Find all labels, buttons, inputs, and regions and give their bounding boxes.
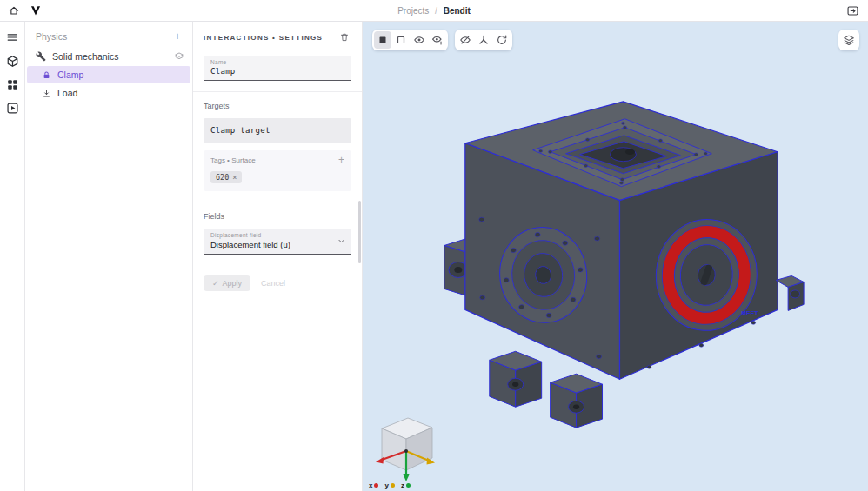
check-icon: ✓: [212, 279, 219, 288]
tags-label: Tags • Surface: [210, 156, 256, 164]
model-annotation: MEET: [741, 310, 758, 316]
transform-gizmo-button[interactable]: [475, 31, 492, 49]
apply-button-label: Apply: [223, 279, 243, 288]
breadcrumb: Projects / Bendit: [0, 6, 868, 16]
displacement-field-dropdown[interactable]: Displacement field Displacement field (u…: [204, 229, 351, 255]
physics-panel-title: Physics: [36, 31, 67, 42]
axis-x-label: x: [369, 481, 378, 489]
clamp-target-field[interactable]: Clamp target: [204, 118, 351, 143]
axis-x-dot: [374, 483, 378, 488]
reset-view-button[interactable]: [493, 31, 511, 49]
tree-item-clamp[interactable]: Clamp: [27, 66, 190, 83]
delete-interaction-button[interactable]: [337, 30, 351, 44]
name-field-value: Clamp: [210, 67, 344, 76]
axis-y-dot: [391, 483, 395, 488]
divider: [193, 202, 362, 202]
rotate-icon: [496, 34, 508, 46]
selection-tool-group: [372, 30, 448, 50]
eye-slash-icon: [459, 34, 471, 46]
assign-material-button[interactable]: [174, 51, 192, 62]
chevron-down-icon: [337, 237, 345, 245]
select-tool-button[interactable]: [374, 31, 391, 49]
filled-square-icon: [377, 34, 389, 46]
remove-tag-icon[interactable]: ×: [232, 173, 237, 182]
show-all-button[interactable]: [411, 31, 428, 49]
topbar: Projects / Bendit: [0, 0, 868, 22]
shading-options-button[interactable]: [838, 30, 859, 50]
fields-section-label: Fields: [204, 212, 351, 221]
tags-group: Tags • Surface + 620 ×: [204, 150, 351, 191]
tree-item-solid-mechanics[interactable]: Solid mechanics: [25, 48, 192, 65]
mesh-tool-button[interactable]: [4, 76, 20, 92]
layers-icon: [174, 51, 184, 62]
box-select-button[interactable]: [392, 31, 410, 49]
tag-chip-value: 620: [216, 173, 229, 182]
app-window: Projects / Bendit: [0, 0, 868, 491]
open-panel-button[interactable]: [846, 4, 859, 17]
menu-button[interactable]: [4, 30, 20, 45]
panel-export-icon: [846, 4, 859, 17]
view-cube[interactable]: [366, 413, 446, 484]
settings-scrollbar[interactable]: [358, 201, 361, 263]
breadcrumb-parent[interactable]: Projects: [397, 6, 429, 16]
eye-icon: [413, 34, 425, 46]
tree-item-label: Load: [57, 88, 77, 98]
name-field[interactable]: Name Clamp: [204, 56, 351, 81]
run-simulation-button[interactable]: [4, 100, 20, 116]
breadcrumb-separator: /: [435, 6, 437, 16]
add-physics-button[interactable]: +: [171, 30, 184, 43]
download-arrow-icon: [42, 89, 51, 98]
hamburger-icon: [6, 31, 18, 43]
grid-icon: [6, 78, 19, 91]
settings-panel: INTERACTIONS • SETTINGS Name Clamp Targe…: [193, 22, 363, 491]
geometry-tool-button[interactable]: [4, 53, 20, 69]
outline-square-icon: [395, 34, 407, 46]
physics-panel: Physics + Solid mechanics: [25, 22, 193, 491]
targets-section-label: Targets: [204, 102, 351, 110]
lock-icon: [42, 70, 51, 80]
tree-item-label: Clamp: [57, 70, 83, 80]
axis-z-dot: [406, 483, 411, 488]
left-rail: [0, 22, 25, 491]
eye-plus-icon: [431, 34, 444, 46]
axis-legend: x y z: [369, 481, 411, 489]
hide-items-button[interactable]: [457, 31, 474, 49]
viewport-3d[interactable]: MEET: [363, 22, 868, 491]
divider: [193, 91, 362, 92]
tag-chip[interactable]: 620 ×: [210, 171, 242, 183]
dropdown-value: Displacement field (u): [210, 240, 344, 249]
home-icon: [8, 4, 20, 17]
cancel-button[interactable]: Cancel: [261, 279, 285, 288]
axes-icon: [477, 34, 490, 46]
axis-z-label: z: [401, 481, 411, 489]
shading-layers-icon: [843, 34, 855, 46]
dropdown-label: Displacement field: [210, 232, 344, 238]
settings-panel-title: INTERACTIONS • SETTINGS: [204, 34, 323, 42]
cube-icon: [6, 55, 19, 68]
add-tag-button[interactable]: +: [338, 156, 344, 164]
view-tool-group: [455, 30, 512, 50]
apply-button[interactable]: ✓ Apply: [204, 275, 250, 291]
axis-y-label: y: [384, 481, 394, 489]
tree-item-label: Solid mechanics: [52, 51, 118, 62]
name-field-label: Name: [210, 59, 344, 65]
play-square-icon: [6, 102, 19, 115]
wrench-icon: [36, 51, 46, 62]
breadcrumb-current: Bendit: [444, 6, 471, 16]
trash-icon: [339, 32, 350, 43]
home-button[interactable]: [8, 4, 20, 17]
logo-icon: [30, 4, 42, 17]
app-logo[interactable]: [30, 4, 42, 17]
tree-item-load[interactable]: Load: [25, 84, 192, 102]
isolate-selection-button[interactable]: [429, 31, 446, 49]
viewport-toolbar: [372, 30, 512, 50]
